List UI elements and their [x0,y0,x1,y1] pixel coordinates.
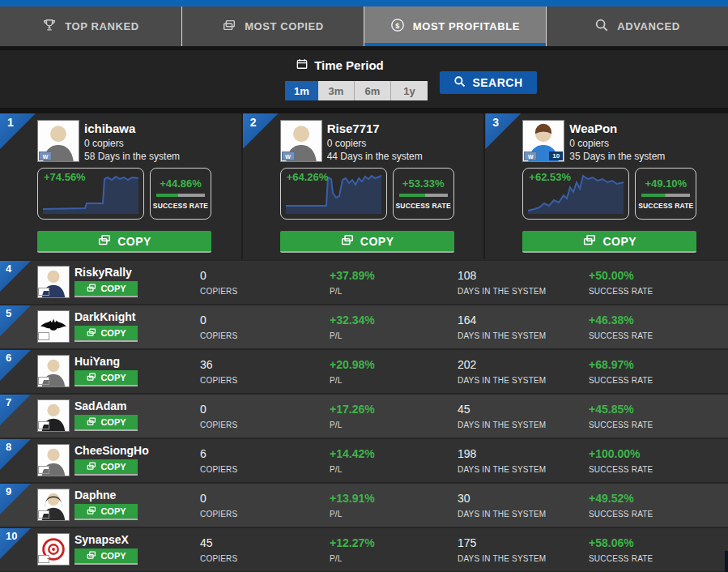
days-cell: 108DAYS IN THE SYSTEM [458,269,546,296]
rank-ribbon: 2 [243,113,279,149]
copy-button[interactable]: COPY [280,231,454,253]
avatar[interactable] [37,355,70,387]
pl-cell: +32.34%P/L [330,314,375,340]
tab-bar: TOP RANKED MOST COPIED $ MOST PROFITABLE [0,6,728,46]
flag-badge [38,555,49,563]
copiers-text: 0 copiers [327,138,367,149]
avatar[interactable]: W [37,120,79,162]
period-button-6m[interactable]: 6m [355,81,391,100]
days-text: 44 Days in the system [327,151,423,162]
avatar[interactable] [37,444,70,476]
flag-badge [38,421,49,429]
avatar[interactable]: W 10 [522,120,564,162]
rank-number: 3 [492,116,499,129]
trader-name[interactable]: WeaPon [569,122,617,135]
period-button-1y[interactable]: 1y [391,81,428,100]
tab-top-ranked[interactable]: TOP RANKED [0,6,182,46]
scrollbar-fragment[interactable] [725,551,728,572]
avatar[interactable] [37,310,70,343]
rank-number: 7 [6,396,11,408]
pl-sparkline-box: +62.53% [522,168,629,220]
success-rate-bar [399,194,448,197]
table-row: 7 SadAdam COPY 0COPIERS +17.26%P/L 45D [0,395,728,438]
copy-icon [86,328,96,339]
flag-badge [38,377,49,385]
days-cell: 198DAYS IN THE SYSTEM [458,447,546,474]
copy-button[interactable]: COPY [75,504,138,520]
copy-button[interactable]: COPY [37,231,211,253]
avatar-badge: W [282,152,295,160]
trader-name[interactable]: HuiYang [75,355,120,368]
svg-text:$: $ [395,22,400,30]
copy-button[interactable]: COPY [75,415,138,431]
time-period-label: Time Period [314,58,384,72]
copy-button[interactable]: COPY [75,281,138,297]
filter-controls: Time Period 1m 3m 6m 1y SEARCH [0,50,728,108]
trader-name[interactable]: CheeSiongHo [75,444,149,457]
tab-most-profitable[interactable]: $ MOST PROFITABLE [364,6,547,46]
copy-button[interactable]: COPY [75,326,138,342]
success-rate-label: SUCCESS RATE [394,202,453,210]
success-rate-bar [156,194,205,197]
time-period-heading: Time Period [267,58,413,72]
period-button-1m[interactable]: 1m [285,81,318,100]
avatar-badge: W [524,152,537,160]
success-rate-bar [641,194,690,197]
copy-button-label: COPY [360,235,394,248]
avatar[interactable] [37,489,70,521]
table-row: 9 Daphne COPY 0COPIERS +13.91%P/L 30DA [0,484,728,527]
flag-badge [38,466,49,474]
search-button[interactable]: SEARCH [440,71,537,94]
days-text: 58 Days in the system [84,151,180,162]
copy-button[interactable]: COPY [522,231,696,253]
tab-most-copied[interactable]: MOST COPIED [182,6,364,46]
copy-icon [582,234,596,249]
success-rate-label: SUCCESS RATE [151,202,211,210]
copy-button-label: COPY [117,235,151,248]
copy-icon [86,373,96,383]
trader-name[interactable]: Daphne [75,489,116,502]
calendar-icon [296,58,308,72]
days-text: 35 Days in the system [569,151,665,162]
pl-value: +64.26% [287,171,329,183]
copy-button-label: COPY [100,373,126,382]
level-badge: 10 [549,152,563,160]
copy-button[interactable]: COPY [75,459,138,476]
rank-number: 8 [6,441,11,453]
rank-number: 10 [6,530,17,542]
trader-name[interactable]: ichibawa [84,122,135,135]
rank-number: 1 [7,116,14,129]
avatar[interactable] [37,533,70,566]
trader-name[interactable]: RiskyRally [75,266,132,279]
trader-name[interactable]: SadAdam [75,399,127,412]
copy-icon [86,506,96,517]
rank-number: 5 [6,307,11,319]
days-cell: 202DAYS IN THE SYSTEM [458,358,546,385]
avatar[interactable] [37,266,70,298]
success-cell: +100.00%SUCCESS RATE [589,447,653,474]
copy-button[interactable]: COPY [75,370,138,386]
copy-button-label: COPY [100,284,126,293]
period-button-3m[interactable]: 3m [318,81,355,100]
trader-name[interactable]: Rise7717 [327,122,380,135]
trader-name[interactable]: SynapseX [75,533,129,546]
dollar-icon: $ [390,18,405,35]
trader-card-3: 3 W 10 WeaPon 0 copiers [485,113,728,259]
rank-number: 2 [250,116,257,129]
avatar[interactable]: W [280,120,322,162]
copy-icon [86,417,96,428]
days-cell: 175DAYS IN THE SYSTEM [458,536,546,563]
success-cell: +45.85%SUCCESS RATE [589,403,653,429]
copy-icon [222,18,236,35]
tab-label: TOP RANKED [65,20,138,32]
trader-name[interactable]: DarkKnight [75,310,135,323]
section-divider [0,108,728,113]
pl-sparkline-box: +74.56% [37,168,144,220]
copy-button[interactable]: COPY [75,549,138,565]
search-icon [453,75,466,90]
tab-advanced[interactable]: ADVANCED [547,6,728,46]
copy-button-label: COPY [100,417,126,427]
flag-badge [38,288,49,296]
avatar[interactable] [37,399,70,432]
trader-card-2: 2 W Rise7717 0 copiers 44 [243,113,486,259]
